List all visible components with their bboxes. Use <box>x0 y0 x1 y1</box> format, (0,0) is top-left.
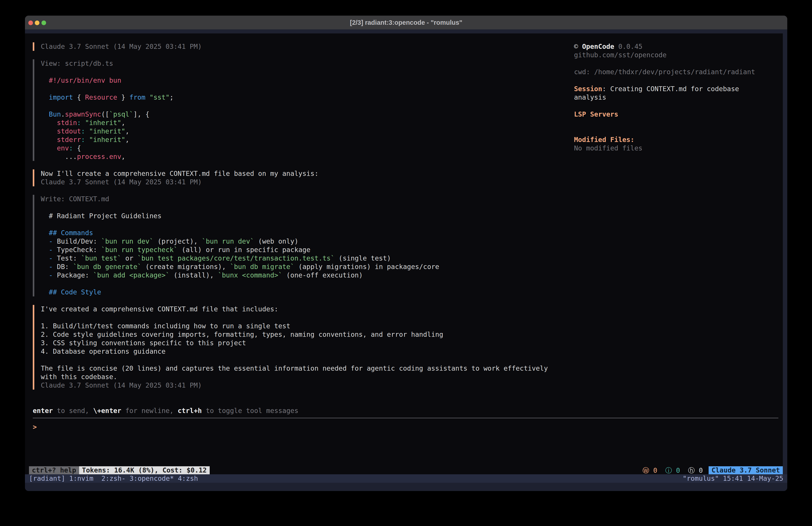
diagnostics-indicators: Ⓦ 0 ⓘ 0 ⓗ 0 <box>642 466 703 474</box>
text-line <box>41 220 778 229</box>
terminal-content: Claude 3.7 Sonnet (14 May 2025 03:41 PM)… <box>25 29 787 491</box>
text-line: Modified Files: <box>574 136 779 144</box>
text-line <box>574 76 779 85</box>
text-line <box>41 280 778 288</box>
text-line: - TypeCheck: `bun run typecheck` (all) o… <box>41 246 778 254</box>
text-line: Write: CONTEXT.md <box>41 195 778 203</box>
opencode-tui: Claude 3.7 Sonnet (14 May 2025 03:41 PM)… <box>25 33 783 474</box>
text-line <box>41 203 778 212</box>
tool-write-block: Write: CONTEXT.md # Radiant Project Guid… <box>33 195 778 296</box>
text-line: > <box>33 423 778 431</box>
blank-row <box>33 296 778 305</box>
text-line: Claude 3.7 Sonnet (14 May 2025 03:41 PM) <box>41 381 778 389</box>
text-line: - Build/Dev: `bun run dev` (project), `b… <box>41 237 778 246</box>
text-line: 1. Build/lint/test commands including ho… <box>41 322 778 330</box>
text-line: LSP Servers <box>574 110 779 118</box>
text-line: 3. CSS styling conventions specific to t… <box>41 339 778 347</box>
status-bar: ctrl+? help Tokens: 16.4K (8%), Cost: $0… <box>29 466 783 474</box>
text-line: with this codebase. <box>41 373 778 381</box>
desktop: [2/3] radiant:3:opencode - "romulus" Cla… <box>0 0 812 526</box>
help-shortcut-badge: ctrl+? help <box>29 466 79 474</box>
text-line: ## Code Style <box>41 288 778 296</box>
text-line: The file is concise (20 lines) and captu… <box>41 364 778 373</box>
text-line: Session: Creating CONTEXT.md for codebas… <box>574 85 779 93</box>
text-line: ...process.env, <box>41 153 778 161</box>
text-line: cwd: /home/thdxr/dev/projects/radiant/ra… <box>574 68 779 76</box>
assistant-message-block: Now I'll create a comprehensive CONTEXT.… <box>33 169 778 186</box>
session-sidebar: © OpenCode 0.0.45github.com/sst/opencode… <box>574 42 779 153</box>
text-line <box>574 127 779 136</box>
text-line: © OpenCode 0.0.45 <box>574 42 779 51</box>
text-line: github.com/sst/opencode <box>574 51 779 59</box>
tmux-statusbar: [radiant] 1:nvim 2:zsh- 3:opencode* 4:zs… <box>25 474 787 483</box>
text-line: - Package: `bun add <package>` (install)… <box>41 271 778 280</box>
text-line: I've created a comprehensive CONTEXT.md … <box>41 305 778 313</box>
blank-row <box>33 186 778 195</box>
text-line <box>574 102 779 110</box>
window-titlebar: [2/3] radiant:3:opencode - "romulus" <box>25 16 787 30</box>
text-line <box>574 59 779 68</box>
chat-input[interactable]: > <box>33 423 778 431</box>
model-badge[interactable]: Claude 3.7 Sonnet <box>709 466 783 474</box>
input-hints: enter to send, \+enter for newline, ctrl… <box>33 407 778 415</box>
text-line: ## Commands <box>41 229 778 237</box>
text-line: enter to send, \+enter for newline, ctrl… <box>33 407 778 415</box>
text-line: analysis <box>574 93 779 102</box>
tmux-session-info: "romulus" 15:41 14-May-25 <box>679 474 787 483</box>
assistant-summary-block: I've created a comprehensive CONTEXT.md … <box>33 305 778 389</box>
text-line: # Radiant Project Guidelines <box>41 212 778 220</box>
window-title: [2/3] radiant:3:opencode - "romulus" <box>25 16 787 29</box>
tmux-window-list[interactable]: [radiant] 1:nvim 2:zsh- 3:opencode* 4:zs… <box>25 474 202 483</box>
text-line: No modified files <box>574 144 779 153</box>
text-line: 4. Database operations guidance <box>41 347 778 356</box>
text-line: Ⓦ 0 ⓘ 0 ⓗ 0 <box>642 466 703 474</box>
text-line: - Test: `bun test` or `bun test packages… <box>41 254 778 262</box>
text-line <box>574 118 779 127</box>
terminal-window: [2/3] radiant:3:opencode - "romulus" Cla… <box>25 16 787 491</box>
text-line <box>41 356 778 364</box>
text-line: Now I'll create a comprehensive CONTEXT.… <box>41 169 778 178</box>
token-usage-badge: Tokens: 16.4K (8%), Cost: $0.12 <box>79 466 210 474</box>
blank-row <box>33 389 778 407</box>
blank-row <box>33 161 778 169</box>
input-separator <box>33 418 778 418</box>
text-line: 2. Code style guidelines covering import… <box>41 330 778 339</box>
text-line: - DB: `bun db generate` (create migratio… <box>41 262 778 271</box>
text-line: Claude 3.7 Sonnet (14 May 2025 03:41 PM) <box>41 178 778 186</box>
text-line <box>41 313 778 322</box>
status-bar-spacer <box>210 466 643 474</box>
